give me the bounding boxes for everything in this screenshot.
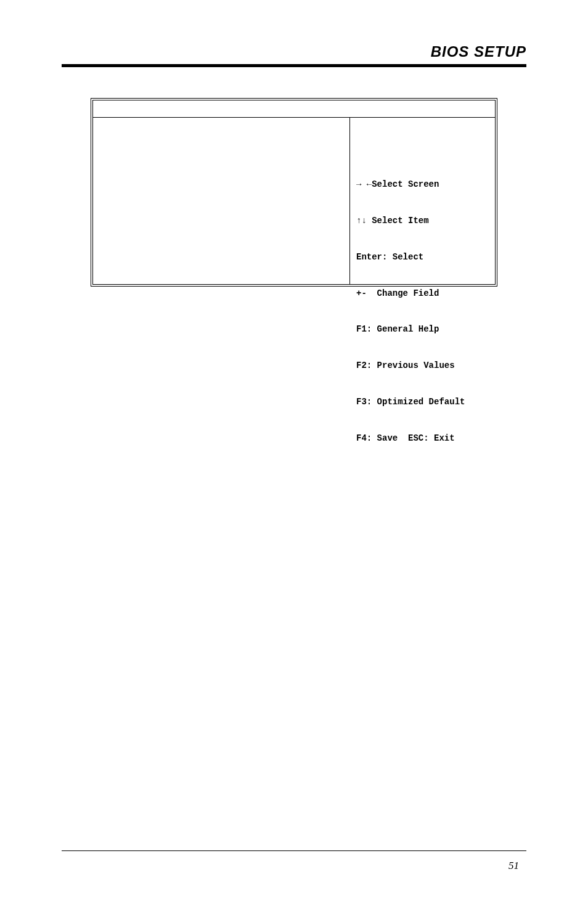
help-f1: F1: General Help xyxy=(356,324,491,336)
help-enter: Enter: Select xyxy=(356,251,491,264)
bios-title-bar xyxy=(93,100,495,118)
header: BIOS SETUP xyxy=(62,43,526,60)
help-select-item: ↑↓ Select Item xyxy=(356,215,491,227)
footer: 51 xyxy=(62,850,526,872)
help-f2: F2: Previous Values xyxy=(356,360,491,372)
help-select-screen: → ←Select Screen xyxy=(356,179,491,191)
page-number: 51 xyxy=(62,860,526,872)
help-f3: F3: Optimized Default xyxy=(356,396,491,409)
page-header-title: BIOS SETUP xyxy=(431,43,526,60)
header-rule xyxy=(62,64,526,67)
bios-body: → ←Select Screen ↑↓ Select Item Enter: S… xyxy=(93,118,495,284)
bios-help-panel: → ←Select Screen ↑↓ Select Item Enter: S… xyxy=(350,118,495,284)
bios-setup-box: → ←Select Screen ↑↓ Select Item Enter: S… xyxy=(91,98,497,287)
help-change-field: +- Change Field xyxy=(356,288,491,300)
help-f4: F4: Save ESC: Exit xyxy=(356,433,491,445)
bios-left-panel xyxy=(93,118,350,284)
footer-rule xyxy=(62,850,526,851)
